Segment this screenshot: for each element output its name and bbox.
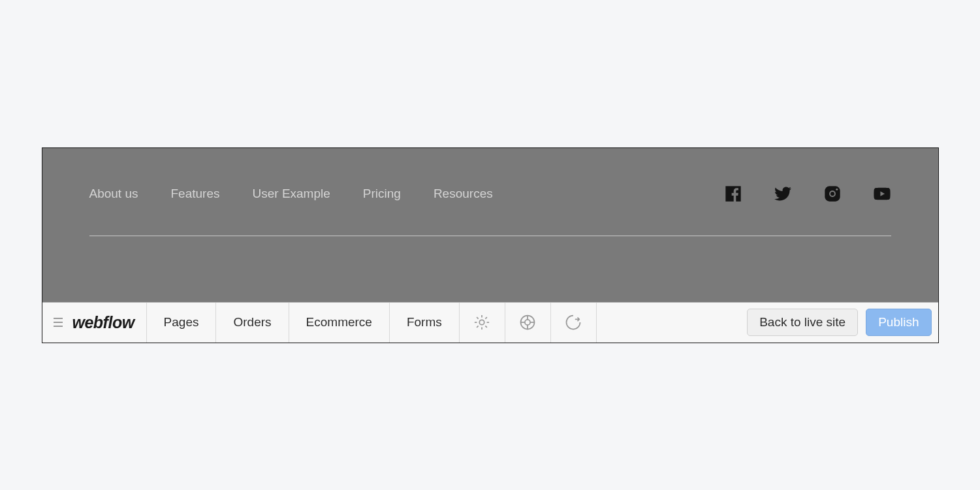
- editor-frame: About us Features User Example Pricing R…: [42, 147, 939, 343]
- tab-orders[interactable]: Orders: [216, 303, 289, 343]
- youtube-icon[interactable]: [873, 185, 891, 203]
- logout-icon: [564, 313, 582, 331]
- instagram-icon[interactable]: [823, 185, 842, 203]
- footer-link-about-us[interactable]: About us: [89, 187, 138, 201]
- logo-cell: webflow: [42, 303, 147, 343]
- tab-ecommerce[interactable]: Ecommerce: [289, 303, 390, 343]
- footer-link-user-example[interactable]: User Example: [252, 187, 330, 201]
- gear-icon: [473, 313, 491, 331]
- svg-point-7: [480, 320, 484, 324]
- tab-help[interactable]: [505, 303, 551, 343]
- footer-link-features[interactable]: Features: [171, 187, 220, 201]
- site-footer-nav: About us Features User Example Pricing R…: [89, 185, 891, 236]
- footer-link-pricing[interactable]: Pricing: [363, 187, 401, 201]
- svg-point-3: [836, 188, 838, 190]
- editor-toolbar: webflow Pages Orders Ecommerce Forms: [42, 302, 938, 343]
- publish-button[interactable]: Publish: [866, 309, 931, 336]
- editor-toolbar-left: webflow Pages Orders Ecommerce Forms: [42, 303, 597, 343]
- site-preview: About us Features User Example Pricing R…: [42, 148, 938, 302]
- editor-toolbar-right: Back to live site Publish: [747, 303, 938, 343]
- footer-links-group: About us Features User Example Pricing R…: [89, 187, 493, 201]
- hamburger-icon[interactable]: [53, 318, 63, 327]
- footer-link-resources[interactable]: Resources: [434, 187, 493, 201]
- tab-pages[interactable]: Pages: [147, 303, 217, 343]
- facebook-icon[interactable]: [724, 185, 742, 203]
- social-icons-group: [724, 185, 891, 203]
- help-icon: [518, 313, 537, 331]
- svg-point-9: [525, 320, 530, 325]
- back-to-live-site-button[interactable]: Back to live site: [747, 309, 858, 336]
- tab-forms[interactable]: Forms: [390, 303, 460, 343]
- twitter-icon[interactable]: [774, 185, 792, 203]
- tab-logout[interactable]: [551, 303, 597, 343]
- webflow-logo[interactable]: webflow: [72, 313, 134, 332]
- svg-point-2: [830, 191, 834, 195]
- tab-settings[interactable]: [460, 303, 505, 343]
